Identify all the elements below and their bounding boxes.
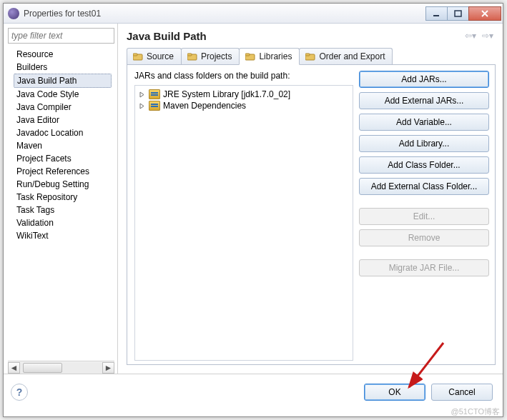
scroll-right-icon[interactable]: ► bbox=[102, 362, 114, 374]
library-item[interactable]: JRE System Library [jdk1.7.0_02] bbox=[137, 89, 351, 100]
button-column: Add JARs... Add External JARs... Add Var… bbox=[359, 71, 489, 359]
cancel-button[interactable]: Cancel bbox=[431, 384, 493, 401]
close-button[interactable] bbox=[468, 6, 501, 21]
sidebar-item-java-compiler[interactable]: Java Compiler bbox=[14, 101, 114, 114]
page-title: Java Build Path bbox=[127, 30, 207, 42]
scroll-left-icon[interactable]: ◄ bbox=[8, 362, 20, 374]
maximize-button[interactable] bbox=[447, 6, 468, 21]
svg-rect-7 bbox=[245, 54, 250, 56]
sidebar-item-java-build-path[interactable]: Java Build Path bbox=[14, 74, 112, 88]
sidebar: ResourceBuildersJava Build PathJava Code… bbox=[4, 24, 118, 374]
scroll-thumb[interactable] bbox=[23, 363, 62, 373]
properties-dialog: Properties for test01 ResourceBuildersJa… bbox=[3, 3, 503, 417]
svg-rect-1 bbox=[455, 11, 461, 16]
libraries-icon bbox=[245, 52, 255, 61]
sidebar-item-task-repository[interactable]: Task Repository bbox=[14, 191, 114, 204]
expand-icon[interactable] bbox=[138, 91, 146, 99]
tab-bar: SourceProjectsLibrariesOrder and Export bbox=[127, 48, 496, 65]
tab-label: Order and Export bbox=[319, 51, 385, 61]
expand-icon[interactable] bbox=[138, 102, 146, 110]
tab-source[interactable]: Source bbox=[127, 48, 182, 64]
sidebar-item-task-tags[interactable]: Task Tags bbox=[14, 204, 114, 216]
libraries-panel: JARs and class folders on the build path… bbox=[127, 65, 496, 365]
add-library-button[interactable]: Add Library... bbox=[359, 135, 489, 152]
library-icon bbox=[149, 89, 160, 99]
tab-label: Projects bbox=[201, 51, 232, 61]
add-external-jars-button[interactable]: Add External JARs... bbox=[359, 92, 489, 109]
filter-input[interactable] bbox=[8, 28, 114, 44]
sidebar-item-maven[interactable]: Maven bbox=[14, 139, 114, 152]
svg-rect-9 bbox=[305, 54, 310, 56]
sidebar-item-validation[interactable]: Validation bbox=[14, 216, 114, 229]
svg-rect-0 bbox=[433, 15, 439, 16]
help-icon[interactable]: ? bbox=[11, 384, 28, 401]
watermark: @51CTO博客 bbox=[451, 406, 500, 417]
source-folder-icon bbox=[133, 52, 143, 61]
sidebar-item-java-code-style[interactable]: Java Code Style bbox=[14, 88, 114, 101]
svg-rect-5 bbox=[187, 54, 192, 56]
library-item[interactable]: Maven Dependencies bbox=[137, 100, 351, 111]
svg-rect-3 bbox=[133, 54, 137, 56]
tab-projects[interactable]: Projects bbox=[181, 48, 240, 64]
library-icon bbox=[149, 101, 160, 111]
sidebar-item-builders[interactable]: Builders bbox=[14, 61, 114, 74]
tab-libraries[interactable]: Libraries bbox=[239, 48, 300, 65]
sidebar-item-javadoc-location[interactable]: Javadoc Location bbox=[14, 126, 114, 139]
minimize-button[interactable] bbox=[425, 6, 447, 21]
sidebar-item-project-facets[interactable]: Project Facets bbox=[14, 152, 114, 165]
scroll-track[interactable] bbox=[20, 362, 102, 374]
sidebar-item-resource[interactable]: Resource bbox=[14, 48, 114, 61]
window-title: Properties for test01 bbox=[24, 9, 425, 19]
sidebar-item-wikitext[interactable]: WikiText bbox=[14, 229, 114, 242]
tab-label: Libraries bbox=[259, 51, 292, 61]
order-export-icon bbox=[305, 52, 315, 61]
add-variable-button[interactable]: Add Variable... bbox=[359, 114, 489, 131]
add-jars-button[interactable]: Add JARs... bbox=[359, 71, 489, 88]
library-label: Maven Dependencies bbox=[163, 101, 246, 111]
panel-description: JARs and class folders on the build path… bbox=[134, 71, 353, 81]
horizontal-scrollbar[interactable]: ◄ ► bbox=[8, 361, 114, 374]
jar-list[interactable]: JRE System Library [jdk1.7.0_02]Maven De… bbox=[134, 85, 353, 361]
sidebar-item-run-debug-setting[interactable]: Run/Debug Setting bbox=[14, 178, 114, 191]
tab-order-and-export[interactable]: Order and Export bbox=[299, 48, 393, 64]
main-panel: Java Build Path ⇦▾ ⇨▾ SourceProjectsLibr… bbox=[118, 24, 503, 374]
sidebar-item-java-editor[interactable]: Java Editor bbox=[14, 114, 114, 126]
dialog-footer: ? OK Cancel bbox=[4, 374, 503, 409]
edit-button: Edit... bbox=[359, 208, 489, 225]
eclipse-icon bbox=[8, 8, 19, 19]
back-icon[interactable]: ⇦▾ bbox=[463, 29, 478, 42]
sidebar-item-project-references[interactable]: Project References bbox=[14, 165, 114, 178]
projects-icon bbox=[187, 52, 197, 61]
forward-icon[interactable]: ⇨▾ bbox=[480, 29, 496, 42]
category-tree[interactable]: ResourceBuildersJava Build PathJava Code… bbox=[8, 46, 114, 361]
remove-button: Remove bbox=[359, 229, 489, 246]
library-label: JRE System Library [jdk1.7.0_02] bbox=[163, 89, 290, 99]
migrate-jar-button: Migrate JAR File... bbox=[359, 259, 489, 276]
titlebar[interactable]: Properties for test01 bbox=[4, 4, 503, 24]
ok-button[interactable]: OK bbox=[364, 384, 425, 401]
add-class-folder-button[interactable]: Add Class Folder... bbox=[359, 156, 489, 174]
tab-label: Source bbox=[147, 51, 174, 61]
add-external-class-folder-button[interactable]: Add External Class Folder... bbox=[359, 178, 489, 195]
